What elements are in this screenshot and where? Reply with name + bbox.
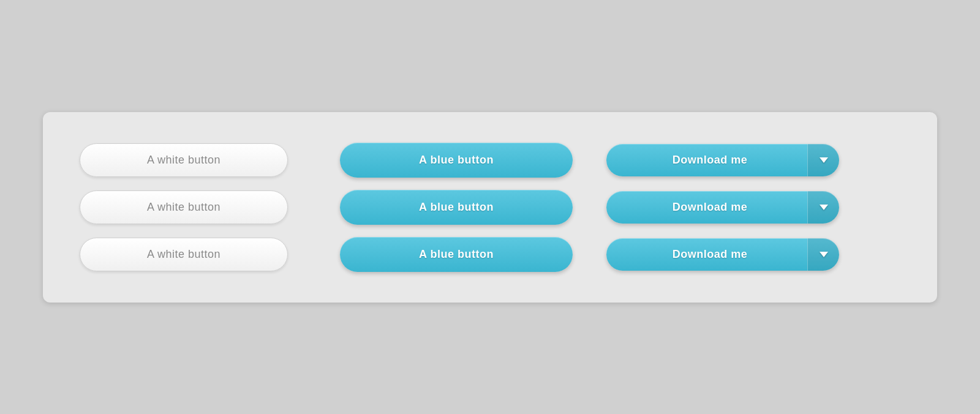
blue-button-2[interactable]: A blue button	[340, 190, 573, 225]
download-button-1-label: Download me	[606, 144, 807, 176]
col-blue-3: A blue button	[325, 237, 588, 272]
download-button-3-arrow[interactable]	[807, 238, 839, 271]
blue-button-3[interactable]: A blue button	[340, 237, 573, 272]
blue-button-1-label: A blue button	[419, 154, 494, 166]
white-button-2-label: A white button	[147, 201, 221, 213]
download-button-1[interactable]: Download me	[606, 144, 839, 176]
white-button-2[interactable]: A white button	[80, 190, 288, 224]
chevron-down-icon	[820, 157, 828, 163]
white-button-1-label: A white button	[147, 154, 221, 166]
chevron-down-icon-2	[820, 205, 828, 210]
col-download-3: Download me	[600, 238, 845, 271]
white-button-1[interactable]: A white button	[80, 143, 288, 177]
button-row-2: A white button A blue button Download me	[80, 190, 900, 225]
blue-button-2-label: A blue button	[419, 201, 494, 213]
white-button-3-label: A white button	[147, 248, 221, 260]
button-row-3: A white button A blue button Download me	[80, 237, 900, 272]
col-white-3: A white button	[80, 238, 312, 271]
button-row-1: A white button A blue button Download me	[80, 143, 900, 178]
download-button-2-arrow[interactable]	[807, 191, 839, 224]
download-button-2-label: Download me	[606, 191, 807, 224]
col-blue-2: A blue button	[325, 190, 588, 225]
download-button-3-label: Download me	[606, 238, 807, 271]
white-button-3[interactable]: A white button	[80, 238, 288, 271]
blue-button-3-label: A blue button	[419, 248, 494, 260]
col-white-2: A white button	[80, 190, 312, 224]
download-button-1-arrow[interactable]	[807, 144, 839, 176]
chevron-down-icon-3	[820, 252, 828, 257]
download-button-3[interactable]: Download me	[606, 238, 839, 271]
button-showcase-panel: A white button A blue button Download me…	[43, 112, 937, 303]
col-white-1: A white button	[80, 143, 312, 177]
col-download-1: Download me	[600, 144, 845, 176]
col-blue-1: A blue button	[325, 143, 588, 178]
col-download-2: Download me	[600, 191, 845, 224]
blue-button-1[interactable]: A blue button	[340, 143, 573, 178]
download-button-2[interactable]: Download me	[606, 191, 839, 224]
